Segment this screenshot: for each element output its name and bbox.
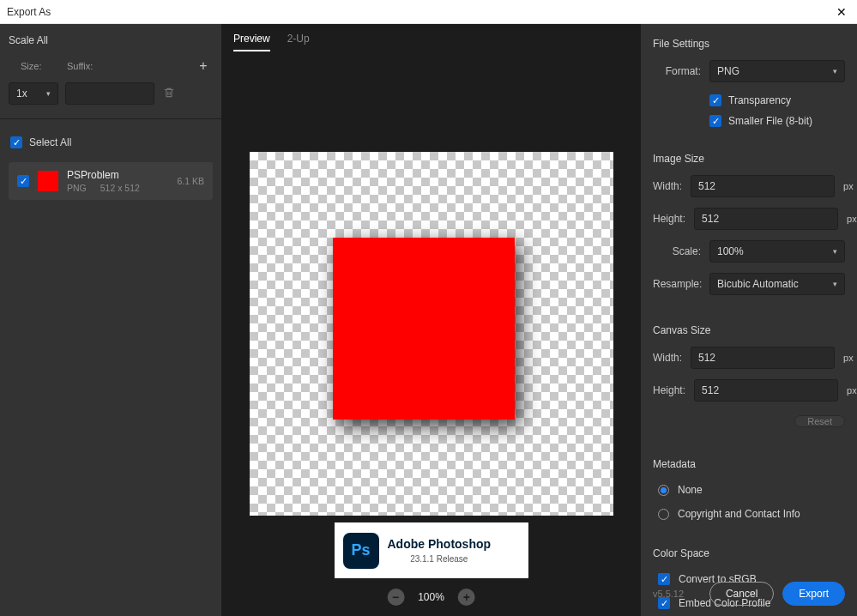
- scale-row: 1x ▾: [9, 82, 213, 105]
- width-input[interactable]: [691, 175, 835, 197]
- px-unit: px: [847, 214, 857, 224]
- scale-dropdown[interactable]: 100% ▾: [709, 240, 845, 263]
- select-all-checkbox[interactable]: ✓: [10, 136, 22, 148]
- close-icon[interactable]: ✕: [833, 5, 850, 19]
- transparency-label: Transparency: [728, 94, 791, 106]
- height-input[interactable]: [694, 208, 838, 230]
- transparency-checkbox[interactable]: ✓: [709, 94, 721, 106]
- left-panel: Scale All Size: Suffix: + 1x ▾ ✓ Select …: [0, 24, 221, 616]
- footer: v5.5.12 Cancel Export: [653, 582, 845, 606]
- size-value: 1x: [16, 88, 27, 100]
- asset-format: PNG: [67, 183, 87, 193]
- resample-dropdown[interactable]: Bicubic Automatic ▾: [709, 273, 845, 295]
- resample-value: Bicubic Automatic: [717, 278, 799, 290]
- photoshop-release: 23.1.1 Release: [388, 554, 492, 564]
- chevron-down-icon: ▾: [833, 67, 837, 75]
- suffix-label: Suffix:: [57, 61, 196, 71]
- chevron-down-icon: ▾: [833, 247, 837, 256]
- image-size-title: Image Size: [653, 153, 845, 165]
- divider: [0, 118, 221, 119]
- asset-row[interactable]: ✓ PSProblem PNG 512 x 512 6.1 KB: [9, 162, 213, 200]
- format-label: Format:: [653, 65, 701, 77]
- photoshop-logo-icon: Ps: [343, 533, 379, 569]
- metadata-none-row[interactable]: None: [658, 484, 845, 496]
- photoshop-badge: Ps Adobe Photoshop 23.1.1 Release: [335, 522, 528, 578]
- metadata-copyright-radio[interactable]: [658, 509, 669, 520]
- title-bar: Export As ✕: [0, 0, 857, 24]
- export-button[interactable]: Export: [782, 582, 845, 606]
- preview-content: [333, 238, 515, 420]
- canvas-height-input[interactable]: [694, 379, 838, 402]
- zoom-bar: − 100% +: [387, 589, 475, 606]
- canvas-height-label: Height:: [653, 384, 685, 396]
- scale-header: Size: Suffix: +: [9, 58, 213, 74]
- asset-checkbox[interactable]: ✓: [17, 175, 29, 187]
- right-panel: File Settings Format: PNG ▾ ✓ Transparen…: [641, 24, 857, 616]
- center-panel: Preview 2-Up Ps Adobe Photoshop 23.1.1 R…: [221, 24, 641, 616]
- asset-name: PSProblem: [67, 169, 168, 181]
- scale-label: Scale:: [653, 245, 701, 257]
- photoshop-name: Adobe Photoshop: [388, 537, 492, 551]
- size-label: Size:: [10, 61, 57, 71]
- asset-meta: PSProblem PNG 512 x 512: [67, 169, 168, 193]
- app-root: Scale All Size: Suffix: + 1x ▾ ✓ Select …: [0, 24, 857, 616]
- suffix-input[interactable]: [65, 82, 154, 105]
- scale-all-label: Scale All: [9, 34, 213, 46]
- tab-preview[interactable]: Preview: [233, 33, 270, 51]
- px-unit: px: [843, 181, 854, 191]
- zoom-value: 100%: [418, 591, 444, 603]
- zoom-out-button[interactable]: −: [387, 589, 404, 606]
- window-title: Export As: [7, 6, 51, 18]
- trash-icon[interactable]: [161, 87, 177, 101]
- height-label: Height:: [653, 213, 685, 225]
- size-dropdown[interactable]: 1x ▾: [9, 82, 58, 105]
- color-space-title: Color Space: [653, 547, 845, 559]
- metadata-none-label: None: [678, 484, 703, 496]
- zoom-in-button[interactable]: +: [458, 589, 475, 606]
- format-value: PNG: [717, 65, 739, 77]
- metadata-copyright-row[interactable]: Copyright and Contact Info: [658, 508, 845, 520]
- chevron-down-icon: ▾: [833, 280, 837, 288]
- add-scale-icon[interactable]: +: [196, 58, 211, 74]
- tab-2up[interactable]: 2-Up: [287, 33, 310, 51]
- reset-button[interactable]: Reset: [794, 415, 845, 427]
- cancel-button[interactable]: Cancel: [709, 582, 774, 606]
- tabs: Preview 2-Up: [221, 24, 641, 51]
- width-label: Width:: [653, 180, 682, 192]
- canvas-size-title: Canvas Size: [653, 324, 845, 336]
- preview-canvas[interactable]: [250, 152, 613, 516]
- scale-value: 100%: [717, 245, 744, 257]
- smaller-file-label: Smaller File (8-bit): [728, 115, 812, 127]
- file-settings-title: File Settings: [653, 38, 845, 50]
- canvas-width-label: Width:: [653, 352, 682, 364]
- version-label: v5.5.12: [653, 589, 684, 599]
- asset-dimensions: 512 x 512: [100, 183, 140, 193]
- px-unit: px: [847, 385, 857, 396]
- asset-filesize: 6.1 KB: [177, 176, 204, 186]
- format-dropdown[interactable]: PNG ▾: [709, 60, 845, 82]
- canvas-width-input[interactable]: [691, 347, 835, 369]
- select-all-label: Select All: [29, 136, 71, 148]
- metadata-copyright-label: Copyright and Contact Info: [678, 508, 800, 520]
- smaller-file-checkbox[interactable]: ✓: [709, 115, 721, 127]
- select-all-row[interactable]: ✓ Select All: [9, 133, 213, 152]
- metadata-title: Metadata: [653, 458, 845, 470]
- chevron-down-icon: ▾: [46, 89, 51, 98]
- resample-label: Resample:: [653, 278, 701, 290]
- px-unit: px: [843, 353, 854, 363]
- metadata-none-radio[interactable]: [658, 485, 669, 496]
- asset-thumbnail: [38, 171, 58, 191]
